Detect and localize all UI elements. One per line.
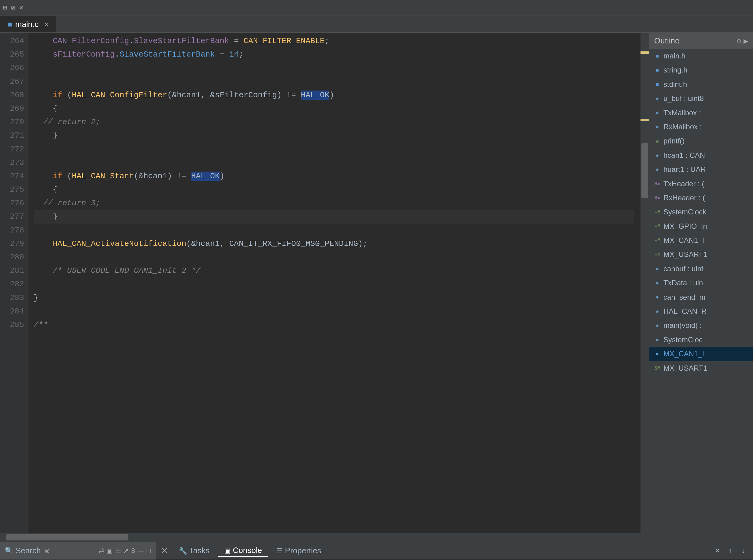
search-toolbar-icon1[interactable]: ⇄ [98, 547, 104, 555]
tab-label: main.c [15, 20, 39, 29]
file-icon: ■ [654, 81, 661, 88]
search-toolbar-icon7[interactable]: □ [147, 547, 151, 555]
line-numbers: 264 265 266 267 268 269 270 271 272 273 … [0, 33, 27, 533]
outline-item-halcanr[interactable]: ● HAL_CAN_R [649, 304, 753, 318]
search-toolbar-icon4[interactable]: ↗ [123, 547, 129, 555]
var-icon: ● [654, 152, 661, 159]
outline-item-huart1[interactable]: ● huart1 : UAR [649, 162, 753, 177]
outline-item-rxmailbox[interactable]: ● RxMailbox : [649, 120, 753, 134]
sfn-icon: +# [654, 208, 661, 216]
search-panel: 🔍 Search ⊗ ⇄ ▣ ⊞ ↗ 8 — □ No search resul… [0, 542, 156, 560]
code-line: HAL_CAN_ActivateNotification(&hcan1, CAN… [34, 237, 634, 251]
search-toolbar-icon3[interactable]: ⊞ [115, 547, 121, 555]
code-line [34, 277, 634, 291]
editor-scrollbar-h[interactable] [0, 533, 649, 542]
outline-item-hcan1[interactable]: ● hcan1 : CAN [649, 148, 753, 162]
search-icon: 🔍 [5, 547, 13, 555]
code-line: { [34, 183, 634, 196]
code-line: { [34, 102, 634, 115]
code-line: } [34, 129, 634, 142]
console-clear-icon[interactable]: ✕ [713, 546, 723, 556]
console-tab-properties-icon: ☰ [277, 547, 283, 555]
outline-item-canbuf[interactable]: ● canbuf : uint [649, 262, 753, 276]
scrollbar-marker [640, 52, 649, 54]
console-panel: ✕ 🔧 Tasks ▣ Console ☰ Properties ✕ ↑ ↓ C [156, 542, 753, 560]
outline-item-rxheader[interactable]: $● RxHeader : ( [649, 191, 753, 205]
outline-list[interactable]: ■ main.h ■ string.h ■ stdint.h ● u_buf :… [649, 49, 753, 542]
outline-item-mxcan1-active[interactable]: ● MX_CAN1_I [649, 347, 753, 361]
outline-item-txheader[interactable]: $● TxHeader : ( [649, 177, 753, 191]
outline-item-label: SystemCloc [664, 334, 703, 346]
outline-item-label: string.h [664, 64, 688, 76]
outline-item-label: RxHeader : ( [664, 192, 705, 204]
code-line [34, 142, 634, 156]
outline-item-label: hcan1 : CAN [664, 149, 705, 161]
code-content[interactable]: CAN_FilterConfig.SlaveStartFilterBank = … [27, 33, 640, 533]
code-line: CAN_FilterConfig.SlaveStartFilterBank = … [34, 34, 634, 48]
outline-item-label: main.h [664, 50, 686, 62]
console-tab-console[interactable]: ▣ Console [218, 544, 268, 557]
outline-item-label: MX_CAN1_I [664, 348, 704, 360]
search-toolbar-icon2[interactable]: ▣ [106, 547, 113, 555]
search-header-icon: ⊗ [44, 547, 50, 555]
search-toolbar-icon6[interactable]: — [138, 547, 144, 555]
active-var-icon: ● [654, 350, 661, 358]
outline-panel: Outline ⊙ ▶ ■ main.h ■ string.h ■ stdint… [649, 33, 753, 542]
outline-item-ubuf[interactable]: ● u_buf : uint8 [649, 92, 753, 105]
outline-item-printf[interactable]: # printf() [649, 134, 753, 148]
outline-item-label: huart1 : UAR [664, 164, 706, 175]
tab-close[interactable]: × [44, 20, 48, 29]
outline-item-mainh[interactable]: ■ main.h [649, 49, 753, 63]
outline-item-label: stdint.h [664, 79, 687, 90]
outline-item-txdata[interactable]: ● TxData : uin [649, 276, 753, 290]
scrollbar-h-thumb[interactable] [6, 534, 128, 540]
outline-item-txmailbox[interactable]: ● TxMailbox : [649, 106, 753, 120]
code-line: } [34, 291, 634, 305]
console-up-icon[interactable]: ↑ [726, 546, 735, 556]
var-icon: ● [654, 294, 661, 301]
file-icon: ■ [654, 67, 661, 74]
outline-item-label: main(void) : [664, 320, 701, 331]
code-line [34, 251, 634, 264]
code-line: /* USER CODE END CAN1_Init 2 */ [34, 264, 634, 277]
console-tab-console-label: Console [233, 546, 262, 555]
code-line: if (HAL_CAN_Start(&hcan1) != HAL_OK) [34, 169, 634, 183]
code-line: // return 2; [34, 115, 634, 129]
editor-content: 264 265 266 267 268 269 270 271 272 273 … [0, 33, 649, 533]
sfn-icon: +# [654, 251, 661, 258]
outline-item-stringh[interactable]: ■ string.h [649, 63, 753, 77]
svar-icon: $● [654, 180, 661, 187]
search-toolbar-icon5[interactable]: 8 [131, 547, 135, 555]
outline-item-systemclocvar[interactable]: ● SystemCloc [649, 333, 753, 347]
outline-item-label: TxHeader : ( [664, 178, 704, 189]
main-c-tab[interactable]: ■ main.c × [0, 16, 56, 33]
console-tab-properties[interactable]: ☰ Properties [270, 545, 327, 557]
sfn-icon: $# [654, 364, 661, 372]
outline-item-label: HAL_CAN_R [664, 305, 707, 317]
var-icon: ● [654, 123, 661, 131]
code-line [34, 156, 634, 169]
file-icon: ■ [654, 52, 661, 60]
outline-item-sysclock[interactable]: +# SystemClock [649, 205, 753, 219]
outline-item-stdinth[interactable]: ■ stdint.h [649, 77, 753, 92]
code-line: /** [34, 318, 634, 332]
console-tab-tasks[interactable]: 🔧 Tasks [173, 545, 216, 557]
search-toolbar: ⇄ ▣ ⊞ ↗ 8 — □ [98, 547, 151, 555]
outline-item-cansendm[interactable]: ● can_send_m [649, 290, 753, 304]
outline-item-mxcan1[interactable]: +# MX_CAN1_I [649, 233, 753, 247]
outline-controls[interactable]: ⊙ ▶ [736, 37, 748, 45]
main-layout: 264 265 266 267 268 269 270 271 272 273 … [0, 33, 753, 542]
console-tab-tasks-icon: 🔧 [179, 547, 187, 555]
scrollbar-thumb[interactable] [642, 143, 648, 198]
code-line [34, 224, 634, 237]
outline-item-mxusart1-2[interactable]: $# MX_USART1 [649, 361, 753, 375]
svar-icon: $● [654, 194, 661, 202]
code-line: // return 3; [34, 196, 634, 210]
outline-item-mxusart1[interactable]: +# MX_USART1 [649, 247, 753, 261]
outline-item-mxgpio[interactable]: +# MX_GPIO_In [649, 219, 753, 233]
editor-scrollbar-v[interactable] [640, 33, 649, 533]
outline-item-mainvoid[interactable]: ● main(void) : [649, 318, 753, 333]
console-down-icon[interactable]: ↓ [738, 546, 748, 556]
code-line [34, 305, 634, 318]
console-close-icon[interactable]: ✕ [161, 546, 168, 556]
